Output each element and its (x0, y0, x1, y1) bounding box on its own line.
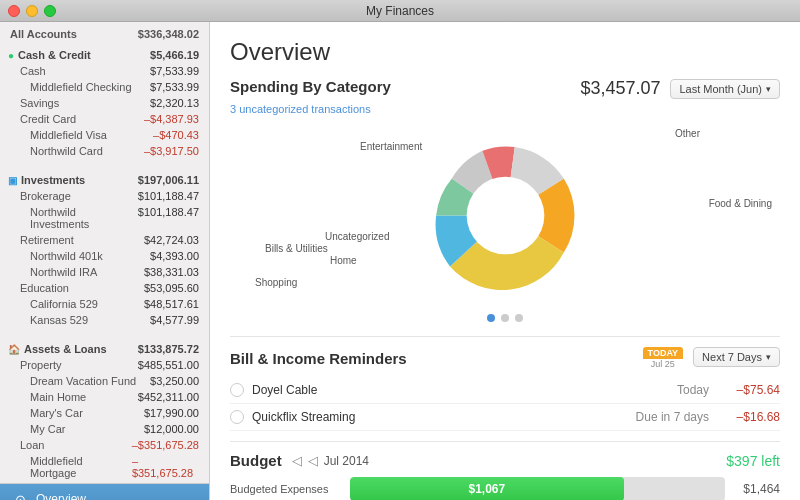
list-item: Brokerage $101,188.47 (0, 188, 209, 204)
maximize-button[interactable] (44, 5, 56, 17)
chevron-down-icon: ▾ (766, 84, 771, 94)
list-item: Middlefield Visa –$470.43 (0, 127, 209, 143)
chevron-down-icon: ▾ (766, 352, 771, 362)
bill-amount-2: –$16.68 (725, 410, 780, 424)
sidebar-section-cash: ● Cash & Credit $5,466.19 Cash $7,533.99… (0, 44, 209, 161)
title-bar: My Finances (0, 0, 800, 22)
bill-item-2: Quickflix Streaming Due in 7 days –$16.6… (230, 404, 780, 431)
bill-reminders-section: Bill & Income Reminders TODAY Jul 25 Nex… (230, 336, 780, 431)
budget-period-nav: ◁ ◁ Jul 2014 (292, 453, 369, 468)
bill-due-2: Due in 7 days (599, 410, 709, 424)
bill-name-1: Doyel Cable (252, 383, 591, 397)
all-accounts-label: All Accounts (10, 28, 77, 40)
sidebar: All Accounts $336,348.02 ● Cash & Credit… (0, 22, 210, 500)
donut-chart-svg (413, 123, 598, 308)
page-title: Overview (230, 38, 780, 66)
assets-group-label: 🏠 Assets & Loans (8, 343, 107, 355)
budget-period: Jul 2014 (324, 454, 369, 468)
spending-header: Spending By Category $3,457.07 Last Mont… (230, 78, 780, 99)
bill-period-dropdown[interactable]: Next 7 Days ▾ (693, 347, 780, 367)
sidebar-nav: ⊙ Overview 📊 Reports 📅 Bill Reminders (0, 483, 209, 500)
budget-left-label: $397 left (726, 453, 780, 469)
spending-chart: Food & Dining Shopping Bills & Utilities… (230, 123, 780, 308)
all-accounts-amount: $336,348.02 (138, 28, 199, 40)
list-item: Loan –$351,675.28 (0, 437, 209, 453)
investments-group-label: ▣ Investments (8, 174, 85, 186)
bill-list: Doyel Cable Today –$75.64 Quickflix Stre… (230, 377, 780, 431)
budget-title-group: Budget ◁ ◁ Jul 2014 (230, 452, 369, 469)
bill-header-right: TODAY Jul 25 Next 7 Days ▾ (643, 347, 780, 369)
list-item: Northwild Investments $101,188.47 (0, 204, 209, 232)
sidebar-item-overview[interactable]: ⊙ Overview (0, 484, 209, 500)
sidebar-section-investments: ▣ Investments $197,006.11 Brokerage $101… (0, 169, 209, 330)
spending-section: Spending By Category $3,457.07 Last Mont… (230, 78, 780, 322)
app-body: All Accounts $336,348.02 ● Cash & Credit… (0, 22, 800, 500)
list-item: Middlefield Mortgage –$351,675.28 (0, 453, 209, 481)
budget-bar-container: Budgeted Expenses $1,067 $1,464 (230, 477, 780, 500)
today-marker: TODAY Jul 25 (643, 347, 684, 369)
cash-group-header: ● Cash & Credit $5,466.19 (0, 46, 209, 63)
budget-expenses-label: Budgeted Expenses (230, 483, 340, 495)
list-item: Credit Card –$4,387.93 (0, 111, 209, 127)
budget-total: $1,464 (735, 482, 780, 496)
budget-title: Budget (230, 452, 282, 469)
legend-home: Home (330, 255, 357, 266)
budget-section: Budget ◁ ◁ Jul 2014 $397 left Budgeted E… (230, 441, 780, 500)
budget-spent: $1,067 (469, 482, 506, 496)
chart-pagination-dots (230, 314, 780, 322)
bill-checkbox-1[interactable] (230, 383, 244, 397)
chart-dot-3[interactable] (515, 314, 523, 322)
list-item: California 529 $48,517.61 (0, 296, 209, 312)
list-item: Savings $2,320.13 (0, 95, 209, 111)
legend-shopping: Shopping (255, 277, 297, 288)
bill-name-2: Quickflix Streaming (252, 410, 591, 424)
list-item: Main Home $452,311.00 (0, 389, 209, 405)
sidebar-nav-label-overview: Overview (36, 492, 86, 500)
window-title: My Finances (366, 4, 434, 18)
uncategorized-link[interactable]: 3 uncategorized transactions (230, 103, 780, 115)
list-item: Property $485,551.00 (0, 357, 209, 373)
all-accounts-header: All Accounts $336,348.02 (0, 22, 209, 44)
bill-item-1: Doyel Cable Today –$75.64 (230, 377, 780, 404)
list-item: Dream Vacation Fund $3,250.00 (0, 373, 209, 389)
bill-due-1: Today (599, 383, 709, 397)
today-badge: TODAY (643, 347, 684, 359)
budget-prev2-button[interactable]: ◁ (308, 453, 318, 468)
bill-reminders-header: Bill & Income Reminders TODAY Jul 25 Nex… (230, 347, 780, 369)
spending-title: Spending By Category (230, 78, 391, 95)
spending-amount: $3,457.07 (580, 78, 660, 99)
window-controls (8, 5, 56, 17)
budget-prev-button[interactable]: ◁ (292, 453, 302, 468)
budget-header: Budget ◁ ◁ Jul 2014 $397 left (230, 452, 780, 469)
list-item: Middlefield Checking $7,533.99 (0, 79, 209, 95)
list-item: Kansas 529 $4,577.99 (0, 312, 209, 328)
list-item: Northwild 401k $4,393.00 (0, 248, 209, 264)
chart-dot-2[interactable] (501, 314, 509, 322)
list-item: Northwild IRA $38,331.03 (0, 264, 209, 280)
legend-uncategorized: Uncategorized (325, 231, 389, 242)
close-button[interactable] (8, 5, 20, 17)
budget-bar-fill: $1,067 (350, 477, 624, 500)
budget-bar: $1,067 (350, 477, 725, 500)
today-date: Jul 25 (643, 359, 684, 369)
list-item: Education $53,095.60 (0, 280, 209, 296)
list-item: My Car $12,000.00 (0, 421, 209, 437)
bill-checkbox-2[interactable] (230, 410, 244, 424)
minimize-button[interactable] (26, 5, 38, 17)
overview-icon: ⊙ (12, 491, 28, 500)
chart-dot-1[interactable] (487, 314, 495, 322)
list-item: Cash $7,533.99 (0, 63, 209, 79)
cash-group-label: ● Cash & Credit (8, 49, 91, 61)
spending-period-dropdown[interactable]: Last Month (Jun) ▾ (670, 79, 780, 99)
investments-group-header: ▣ Investments $197,006.11 (0, 171, 209, 188)
list-item: Mary's Car $17,990.00 (0, 405, 209, 421)
legend-other: Other (675, 128, 700, 139)
sidebar-section-assets: 🏠 Assets & Loans $133,875.72 Property $4… (0, 338, 209, 483)
list-item: Northwild Card –$3,917.50 (0, 143, 209, 159)
bill-reminders-title: Bill & Income Reminders (230, 350, 407, 367)
main-content: Overview Spending By Category $3,457.07 … (210, 22, 800, 500)
spending-header-right: $3,457.07 Last Month (Jun) ▾ (580, 78, 780, 99)
legend-food: Food & Dining (709, 198, 772, 209)
donut-hole (466, 177, 544, 255)
bill-amount-1: –$75.64 (725, 383, 780, 397)
